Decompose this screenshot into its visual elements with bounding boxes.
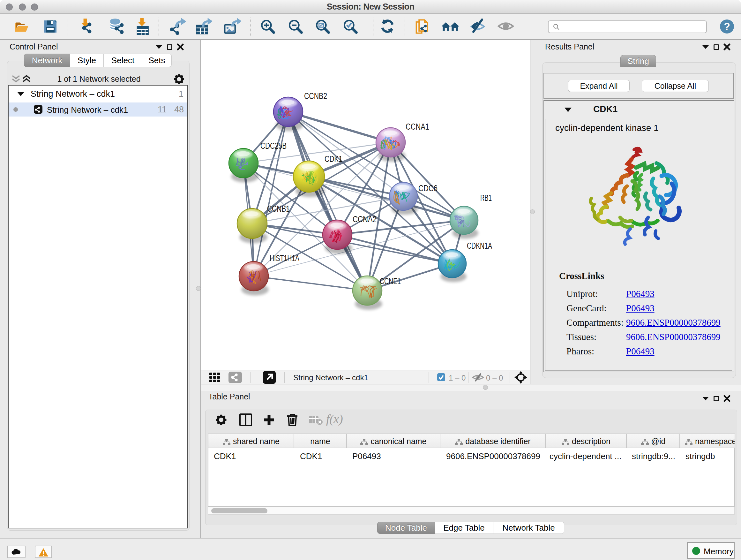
svg-text:CCNA2: CCNA2 xyxy=(353,214,377,224)
svg-text:HIST1H1A: HIST1H1A xyxy=(270,253,299,263)
svg-text:RB1: RB1 xyxy=(480,193,492,203)
svg-text:CDC6: CDC6 xyxy=(418,184,437,193)
svg-text:CCNE1: CCNE1 xyxy=(380,276,401,286)
svg-text:CCNB1: CCNB1 xyxy=(267,204,290,213)
svg-text:CCNA1: CCNA1 xyxy=(406,122,429,132)
svg-text:CDC25B: CDC25B xyxy=(260,141,286,151)
svg-text:CDKN1A: CDKN1A xyxy=(467,241,492,251)
svg-text:CCNB2: CCNB2 xyxy=(304,91,327,101)
svg-text:CDK1: CDK1 xyxy=(325,154,342,164)
